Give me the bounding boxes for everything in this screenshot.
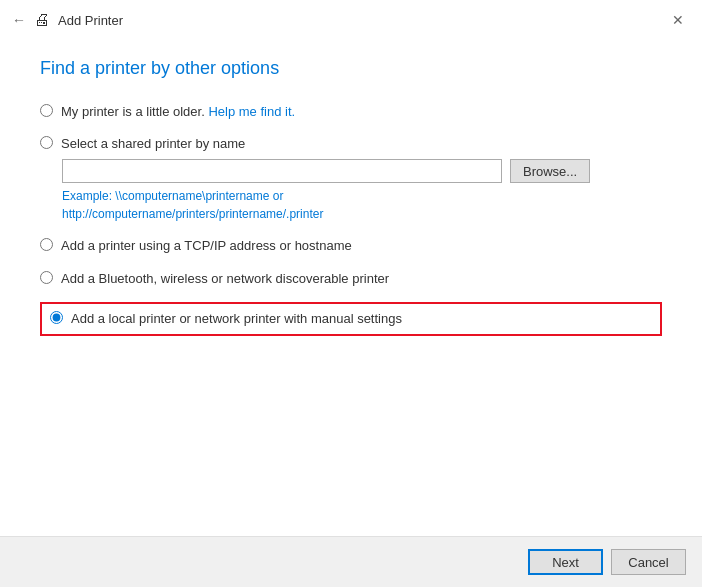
option-shared[interactable]: Select a shared printer by name bbox=[40, 135, 662, 153]
dialog-content: Find a printer by other options My print… bbox=[0, 38, 702, 536]
printer-icon: 🖨 bbox=[34, 11, 50, 29]
next-button[interactable]: Next bbox=[528, 549, 603, 575]
radio-local[interactable] bbox=[50, 311, 63, 324]
option-local[interactable]: Add a local printer or network printer w… bbox=[50, 310, 402, 328]
shared-input-row: Browse... bbox=[62, 159, 662, 183]
option-local-wrapper: Add a local printer or network printer w… bbox=[40, 302, 662, 336]
radio-older[interactable] bbox=[40, 104, 53, 117]
option-tcpip[interactable]: Add a printer using a TCP/IP address or … bbox=[40, 237, 662, 255]
back-arrow-icon[interactable]: ← bbox=[12, 12, 26, 28]
title-bar-left: ← 🖨 Add Printer bbox=[12, 11, 123, 29]
example-text: Example: \\computername\printername or h… bbox=[62, 187, 662, 223]
add-printer-dialog: ← 🖨 Add Printer ✕ Find a printer by othe… bbox=[0, 0, 702, 587]
label-shared[interactable]: Select a shared printer by name bbox=[61, 135, 245, 153]
label-local[interactable]: Add a local printer or network printer w… bbox=[71, 310, 402, 328]
label-bluetooth[interactable]: Add a Bluetooth, wireless or network dis… bbox=[61, 270, 389, 288]
title-bar: ← 🖨 Add Printer ✕ bbox=[0, 0, 702, 38]
browse-button[interactable]: Browse... bbox=[510, 159, 590, 183]
label-older[interactable]: My printer is a little older. Help me fi… bbox=[61, 103, 295, 121]
cancel-button[interactable]: Cancel bbox=[611, 549, 686, 575]
close-button[interactable]: ✕ bbox=[666, 8, 690, 32]
option-shared-wrapper: Select a shared printer by name Browse..… bbox=[40, 135, 662, 223]
dialog-title: Add Printer bbox=[58, 13, 123, 28]
radio-tcpip[interactable] bbox=[40, 238, 53, 251]
option-older[interactable]: My printer is a little older. Help me fi… bbox=[40, 103, 662, 121]
option-bluetooth[interactable]: Add a Bluetooth, wireless or network dis… bbox=[40, 270, 662, 288]
radio-bluetooth[interactable] bbox=[40, 271, 53, 284]
shared-printer-block: Browse... Example: \\computername\printe… bbox=[62, 159, 662, 223]
shared-printer-input[interactable] bbox=[62, 159, 502, 183]
label-tcpip[interactable]: Add a printer using a TCP/IP address or … bbox=[61, 237, 352, 255]
dialog-footer: Next Cancel bbox=[0, 536, 702, 587]
help-link[interactable]: Help me find it. bbox=[208, 104, 295, 119]
options-group: My printer is a little older. Help me fi… bbox=[40, 103, 662, 336]
radio-shared[interactable] bbox=[40, 136, 53, 149]
page-title: Find a printer by other options bbox=[40, 58, 662, 79]
